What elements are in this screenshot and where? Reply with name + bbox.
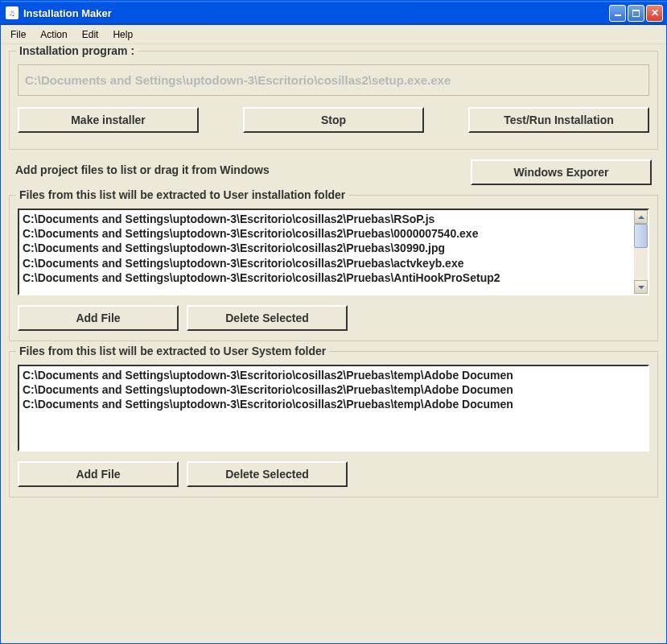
scroll-up-button[interactable] xyxy=(634,210,648,224)
user-files-buttons: Add File Delete Selected xyxy=(18,305,649,331)
menu-action[interactable]: Action xyxy=(34,27,73,43)
menu-edit[interactable]: Edit xyxy=(76,27,105,43)
system-files-listbox[interactable]: C:\Documents and Settings\uptodown-3\Esc… xyxy=(18,365,649,452)
minimize-button[interactable] xyxy=(609,5,626,22)
installation-program-group: Installation program : C:\Documents and … xyxy=(9,51,658,150)
menu-help[interactable]: Help xyxy=(106,27,139,43)
delete-selected-button[interactable]: Delete Selected xyxy=(187,461,348,487)
user-files-listbox[interactable]: C:\Documents and Settings\uptodown-3\Esc… xyxy=(18,208,649,295)
group-title: Installation program : xyxy=(16,44,138,57)
scroll-thumb[interactable] xyxy=(634,224,648,248)
menubar: File Action Edit Help xyxy=(1,25,666,44)
app-window: ♫ Installation Maker ✕ File Action Edit … xyxy=(0,0,667,644)
list-item[interactable]: C:\Documents and Settings\uptodown-3\Esc… xyxy=(23,256,631,270)
add-file-button[interactable]: Add File xyxy=(18,461,179,487)
system-files-buttons: Add File Delete Selected xyxy=(18,461,649,487)
scroll-track[interactable] xyxy=(634,224,648,280)
close-button[interactable]: ✕ xyxy=(646,5,663,22)
stop-button[interactable]: Stop xyxy=(243,107,424,133)
list-item[interactable]: C:\Documents and Settings\uptodown-3\Esc… xyxy=(23,226,631,241)
menu-file[interactable]: File xyxy=(4,27,32,43)
list-item[interactable]: C:\Documents and Settings\uptodown-3\Esc… xyxy=(23,241,631,255)
list-item[interactable]: C:\Documents and Settings\uptodown-3\Esc… xyxy=(23,270,631,285)
list-item[interactable]: C:\Documents and Settings\uptodown-3\Esc… xyxy=(23,397,644,411)
make-installer-button[interactable]: Make installer xyxy=(18,107,199,133)
group-title: Files from this list will be extracted t… xyxy=(16,345,329,357)
add-files-label: Add project files to list or drag it fro… xyxy=(15,159,270,177)
delete-selected-button[interactable]: Delete Selected xyxy=(187,305,348,331)
list-item[interactable]: C:\Documents and Settings\uptodown-3\Esc… xyxy=(23,212,631,226)
app-icon: ♫ xyxy=(6,6,19,19)
user-installation-folder-group: Files from this list will be extracted t… xyxy=(9,195,658,341)
system-files-list[interactable]: C:\Documents and Settings\uptodown-3\Esc… xyxy=(19,366,648,450)
test-run-button[interactable]: Test/Run Installation xyxy=(468,107,649,133)
chevron-up-icon xyxy=(638,216,644,219)
user-files-list[interactable]: C:\Documents and Settings\uptodown-3\Esc… xyxy=(19,210,634,294)
windows-explorer-button[interactable]: Windows Exporer xyxy=(471,159,652,185)
add-files-row: Add project files to list or drag it fro… xyxy=(9,159,658,185)
installer-path-field[interactable]: C:\Documents and Settings\uptodown-3\Esc… xyxy=(18,64,649,96)
chevron-down-icon xyxy=(638,286,644,289)
content-area: Installation program : C:\Documents and … xyxy=(1,44,666,643)
window-controls: ✕ xyxy=(609,5,663,22)
installer-buttons: Make installer Stop Test/Run Installatio… xyxy=(18,107,649,133)
group-title: Files from this list will be extracted t… xyxy=(16,188,348,201)
add-file-button[interactable]: Add File xyxy=(18,305,179,331)
list-item[interactable]: C:\Documents and Settings\uptodown-3\Esc… xyxy=(23,382,644,397)
titlebar[interactable]: ♫ Installation Maker ✕ xyxy=(1,1,666,25)
list-item[interactable]: C:\Documents and Settings\uptodown-3\Esc… xyxy=(23,368,644,382)
scrollbar[interactable] xyxy=(634,210,648,294)
maximize-button[interactable] xyxy=(628,5,644,22)
window-title: Installation Maker xyxy=(23,7,609,19)
user-system-folder-group: Files from this list will be extracted t… xyxy=(9,351,658,497)
scroll-down-button[interactable] xyxy=(634,280,648,294)
